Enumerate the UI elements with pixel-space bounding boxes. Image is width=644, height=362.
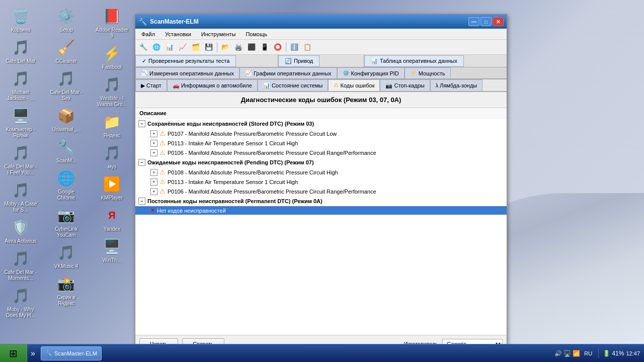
window-titlebar[interactable]: 🔧 ScanMaster-ELM — □ ✕ [135, 15, 507, 29]
no-codes-text: Нет кодов неисправностей [157, 208, 226, 214]
tab-data-table[interactable]: 📊 Таблица оперативных данных [364, 55, 464, 67]
desktop-icon-yandex[interactable]: Я Yandex [93, 203, 130, 234]
kmplayer-label: KMPlayer [101, 195, 123, 201]
tree-item-p0113-2[interactable]: + ⚠ P0113 - Intake Air Temperature Senso… [135, 177, 507, 187]
stored-expand-icon[interactable]: − [138, 120, 145, 127]
p0113-1-warning-icon: ⚠ [159, 139, 166, 147]
toolbar-btn-4[interactable]: 📈 [177, 41, 189, 53]
desktop-icon-computer[interactable]: 🖥️ Компьютер - Ярлык [2, 104, 39, 141]
minimize-button[interactable]: — [468, 17, 479, 26]
pending-expand-icon[interactable]: − [138, 159, 145, 166]
toolbar-btn-2[interactable]: 🌐 [150, 41, 163, 53]
desktop-icon-ccleaner[interactable]: 🧹 CCleaner [48, 35, 85, 66]
desktop-icon-mj[interactable]: 🎵 Michael Jackson - ... [2, 66, 39, 104]
desktop-icon-cafe4[interactable]: 🎵 Cafe Del Mar - Sex [48, 66, 85, 104]
toolbar-btn-12[interactable]: ℹ️ [288, 41, 300, 53]
tab-start[interactable]: ▶ Старт [135, 79, 167, 91]
desktop-icon-recycle-bin[interactable]: 🗑️ Корзина [2, 4, 39, 35]
permanent-expand-icon[interactable]: − [138, 198, 145, 205]
menu-settings[interactable]: Установки [161, 30, 195, 38]
desktop-icon-yandex-disk[interactable]: 📁 Яндекс [93, 110, 130, 141]
toolbar-btn-13[interactable]: 📋 [301, 41, 313, 53]
tab-system-status[interactable]: 📊 Состояние системы [258, 79, 329, 91]
error-codes-tree[interactable]: − Сохранённые коды неисправностей (Store… [135, 119, 507, 335]
desktop-icon-universal[interactable]: 📦 Universal_... [48, 104, 85, 135]
p0107-expand-icon[interactable]: + [150, 130, 157, 137]
tab-drive[interactable]: 🔄 Привод [278, 55, 319, 67]
desktop-icon-cafe2[interactable]: 🎵 Cafe Del Mar - I Feel You... [2, 141, 39, 178]
error-codes-icon: ⚠ [334, 82, 339, 88]
tab-pid-config[interactable]: ⚙️ Конфигурация PID [337, 67, 405, 78]
vkmusic-icon: 🎵 [56, 242, 76, 262]
desktop-icon-cafe3[interactable]: 🎵 Cafe Del Mar - Moments... [2, 246, 39, 284]
p0113-1-expand-icon[interactable]: + [150, 140, 157, 147]
desktop-icon-vkmusic[interactable]: 🎵 VKMusic 4 [48, 240, 85, 272]
tab-row-2: 📉 Измерения оперативных данных 📈 Графики… [135, 67, 507, 79]
toolbar-btn-8[interactable]: 🖨️ [232, 41, 245, 53]
tab-charts[interactable]: 📈 Графики оперативных данных [239, 67, 337, 78]
recycle-bin-label: Корзина [11, 27, 30, 33]
menu-file[interactable]: Файл [137, 30, 159, 38]
desktop-icon-moby-why[interactable]: 🎵 Moby - Why Does My H... [2, 284, 39, 321]
taskbar-scanmaster[interactable]: 🔧 ScanMaster-ELM [41, 346, 102, 360]
test-results-icon: ✓ [142, 58, 146, 64]
taskbar-time: 12:47 [626, 350, 640, 356]
stored-dtc-header[interactable]: − Сохранённые коды неисправностей (Store… [135, 119, 507, 129]
desktop-icon-cyberlink[interactable]: 📷 CyberLink YouCam [48, 203, 85, 240]
toolbar-btn-3[interactable]: 📊 [164, 41, 176, 53]
desktop-icon-westlife[interactable]: 🎵 Westlife - I Wanna Gro... [93, 72, 130, 110]
tab-lambda[interactable]: λ Лямбда-зонды [430, 79, 483, 91]
desktop-icon-moby-case[interactable]: 🎵 Moby - A Case for S... [2, 178, 39, 215]
start-button[interactable]: ⊞ [0, 344, 27, 363]
tree-item-p0106-2[interactable]: + ⚠ P0106 - Manifold Absolute Pressure/B… [135, 187, 507, 196]
scanmaster-window: 🔧 ScanMaster-ELM — □ ✕ Файл Установки Ин… [135, 14, 507, 361]
quick-launch-arrow[interactable]: » [29, 349, 37, 358]
tree-item-p0108[interactable]: + ⚠ P0108 - Manifold Absolute Pressure/B… [135, 167, 507, 177]
close-button[interactable]: ✕ [493, 17, 504, 26]
toolbar-btn-10[interactable]: 📱 [259, 41, 271, 53]
tree-item-no-codes[interactable]: ✕ Нет кодов неисправностей [135, 206, 507, 215]
cafe2-icon: 🎵 [11, 143, 31, 163]
desktop-icon-setup[interactable]: ⚙️ Setup [48, 4, 85, 35]
permanent-dtc-header[interactable]: − Постоянные коды неисправностей (Perman… [135, 196, 507, 206]
tab-car-info[interactable]: 🚗 Информация о автомобиле [167, 79, 258, 91]
toolbar-btn-11[interactable]: ⭕ [272, 41, 284, 53]
toolbar-btn-7[interactable]: 📂 [219, 41, 231, 53]
tree-item-p0113-1[interactable]: + ⚠ P0113 - Intake Air Temperature Senso… [135, 138, 507, 148]
p0108-expand-icon[interactable]: + [150, 169, 157, 176]
tree-item-p0106-1[interactable]: + ⚠ P0106 - Manifold Absolute Pressure/B… [135, 148, 507, 157]
pending-dtc-header[interactable]: − Ожидаемые коды неисправностей (Pending… [135, 157, 507, 167]
desktop-icon-kmplayer[interactable]: ▶️ KMPlayer [93, 172, 130, 203]
p0113-2-expand-icon[interactable]: + [150, 178, 157, 186]
p0106-2-expand-icon[interactable]: + [150, 188, 157, 195]
desktop-icon-cafe1[interactable]: 🎵 Cafe Del Mar [2, 35, 39, 66]
desktop-icon-music[interactable]: 🎵 муз [93, 141, 130, 172]
cyberlink-label: CyberLink YouCam [49, 226, 84, 238]
window-controls: — □ ✕ [468, 17, 504, 26]
tab-power[interactable]: ⚡ Мощность [405, 67, 451, 78]
tab-test-results[interactable]: ✓ Проверенные результаты теста [135, 55, 236, 67]
tab-freeze-frames[interactable]: 📷 Стоп-кадры [380, 79, 430, 91]
tab-error-codes[interactable]: ⚠ Коды ошибок [328, 79, 380, 91]
fastboot-icon: ⚡ [102, 43, 122, 63]
tab-measurements[interactable]: 📉 Измерения оперативных данных [135, 67, 239, 78]
desktop-icon-winth[interactable]: 🖥️ WinTh... [93, 234, 130, 265]
desktop-icon-scanmaster[interactable]: 🔧 ScanM... [48, 135, 85, 166]
menu-tools[interactable]: Инструменты [197, 30, 240, 38]
toolbar-btn-9[interactable]: ⬛ [246, 41, 258, 53]
tree-item-p0107[interactable]: + ⚠ P0107 - Manifold Absolute Pressure/B… [135, 129, 507, 138]
menu-help[interactable]: Помощь [242, 30, 271, 38]
toolbar-btn-1[interactable]: 🔧 [137, 41, 149, 53]
toolbar-btn-5[interactable]: 🗂️ [190, 41, 202, 53]
maximize-button[interactable]: □ [480, 17, 492, 26]
desktop-icon-adobe[interactable]: 📕 Adobe Reader 9 [93, 4, 130, 41]
p0113-1-text: P0113 - Intake Air Temperature Sensor 1 … [168, 140, 298, 146]
desktop-icon-avira[interactable]: 🛡️ Avira Antivirus [2, 215, 39, 246]
desktop-icon-skrin[interactable]: 📸 Скрин в Яндекс [48, 272, 85, 309]
desktop-icon-fastboot[interactable]: ⚡ Fastboot [93, 41, 130, 72]
p0106-1-expand-icon[interactable]: + [150, 149, 157, 156]
toolbar-btn-6[interactable]: 💾 [203, 41, 215, 53]
yandex-disk-label: Яндекс [103, 133, 120, 139]
cafe3-label: Cafe Del Mar - Moments... [3, 269, 38, 282]
desktop-icon-chrome[interactable]: 🌐 Google Chrome [48, 166, 85, 203]
